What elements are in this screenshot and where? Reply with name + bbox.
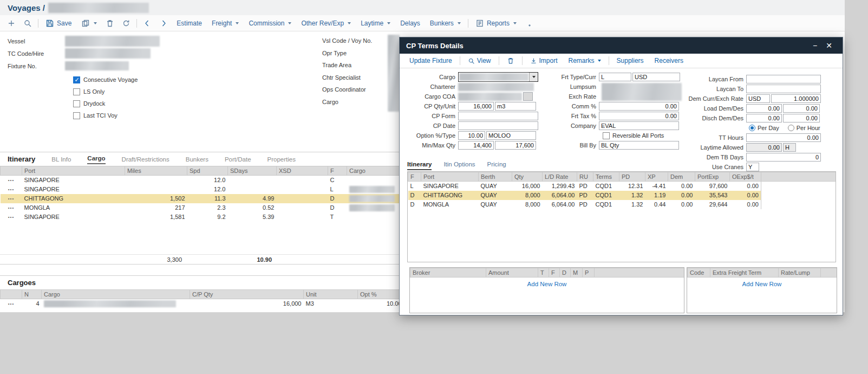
- chevron-right-icon[interactable]: [155, 19, 172, 28]
- checkbox-checked-icon[interactable]: [73, 76, 80, 83]
- checkbox-icon[interactable]: [73, 112, 80, 119]
- column-header[interactable]: [1, 290, 22, 299]
- broker-add-new-row-link[interactable]: Add New Row: [410, 281, 684, 287]
- column-header[interactable]: Rate/Lump: [779, 268, 821, 278]
- checkbox-icon[interactable]: [603, 132, 610, 139]
- tab-bl-info[interactable]: BL Info: [51, 156, 71, 164]
- column-header[interactable]: OExp$/t: [730, 172, 761, 182]
- cargo-combobox[interactable]: [458, 72, 538, 82]
- column-header[interactable]: Broker: [410, 268, 486, 278]
- cp-form-field[interactable]: [458, 112, 538, 120]
- column-header[interactable]: Port: [421, 172, 479, 182]
- suppliers-button[interactable]: Suppliers: [611, 57, 649, 65]
- ls-only-checkbox[interactable]: LS Only: [73, 86, 138, 98]
- column-header[interactable]: Cargo: [42, 290, 190, 299]
- consecutive-voyage-checkbox[interactable]: Consecutive Voyage: [73, 74, 138, 86]
- delete-cp-icon[interactable]: [501, 57, 520, 65]
- menu-freight[interactable]: Freight: [207, 20, 244, 27]
- column-header[interactable]: Berth: [479, 172, 512, 182]
- column-header[interactable]: Unit: [304, 290, 358, 299]
- column-header[interactable]: F: [328, 166, 347, 176]
- warning-icon[interactable]: [521, 19, 538, 28]
- column-header[interactable]: PD: [619, 172, 645, 182]
- tab-bunkers[interactable]: Bunkers: [186, 156, 208, 164]
- dem-curr-field[interactable]: [746, 94, 770, 103]
- copy-voyage-button[interactable]: [76, 19, 102, 28]
- load-des-field[interactable]: [783, 104, 820, 113]
- combobox-dropdown-button[interactable]: [529, 73, 538, 81]
- bill-by-field[interactable]: [599, 141, 679, 150]
- per-hour-radio[interactable]: [788, 125, 794, 131]
- comm-pct-field[interactable]: [599, 102, 679, 111]
- use-cranes-field[interactable]: [746, 163, 759, 171]
- frt-curr-field[interactable]: [632, 73, 680, 81]
- receivers-button[interactable]: Receivers: [649, 57, 689, 65]
- chevron-left-icon[interactable]: [139, 19, 155, 28]
- cargo-coa-lookup-button[interactable]: [523, 92, 533, 101]
- column-header[interactable]: Dem: [668, 172, 695, 182]
- tab-cargo[interactable]: Cargo: [87, 155, 105, 164]
- add-icon[interactable]: [3, 19, 19, 28]
- company-field[interactable]: [599, 121, 679, 130]
- frt-type-field[interactable]: [599, 73, 631, 81]
- dem-tb-days-field[interactable]: [746, 153, 821, 162]
- checkbox-icon[interactable]: [73, 100, 80, 107]
- min-qty-field[interactable]: [458, 141, 494, 150]
- tt-hours-field[interactable]: [746, 133, 821, 142]
- disch-des-field[interactable]: [783, 114, 820, 122]
- column-header[interactable]: XP: [645, 172, 668, 182]
- extra-freight-add-new-row-link[interactable]: Add New Row: [687, 281, 837, 287]
- close-button[interactable]: ✕: [822, 41, 836, 50]
- tab-itin-options[interactable]: Itin Options: [443, 161, 475, 170]
- update-fixture-button[interactable]: Update Fixture: [404, 57, 458, 65]
- column-header[interactable]: SDays: [228, 166, 277, 176]
- redacted-charterer-value[interactable]: [458, 83, 534, 91]
- delete-icon[interactable]: [102, 19, 118, 28]
- column-header[interactable]: F: [549, 268, 560, 278]
- view-button[interactable]: View: [462, 57, 497, 65]
- menu-bunkers[interactable]: Bunkers: [425, 20, 466, 27]
- menu-estimate[interactable]: Estimate: [172, 20, 207, 27]
- cp-date-field[interactable]: [458, 121, 538, 130]
- redacted-fixture-value[interactable]: [65, 61, 129, 70]
- minimize-button[interactable]: −: [808, 41, 822, 50]
- column-header[interactable]: M: [571, 268, 583, 278]
- column-header[interactable]: Code: [688, 268, 710, 278]
- column-header[interactable]: Port: [22, 166, 125, 176]
- tab-draft-restrictions[interactable]: Draft/Restrictions: [122, 156, 169, 164]
- tab-port-date[interactable]: Port/Date: [225, 156, 251, 164]
- menu-delays[interactable]: Delays: [395, 20, 425, 27]
- disch-dem-field[interactable]: [746, 114, 782, 122]
- option-pct-field[interactable]: [458, 131, 485, 140]
- table-row[interactable]: DMONGLAQUAY8,0006,064.00PDCQD11.320.440.…: [408, 200, 836, 209]
- menu-other-rev-exp[interactable]: Other Rev/Exp: [296, 20, 356, 27]
- last-tci-voy-checkbox[interactable]: Last TCI Voy: [73, 109, 138, 121]
- table-row[interactable]: •••416,000M310.00: [1, 299, 404, 308]
- column-header[interactable]: N: [22, 290, 42, 299]
- column-header[interactable]: [1, 166, 22, 176]
- column-header[interactable]: P: [583, 268, 595, 278]
- redacted-vessel-value[interactable]: [65, 36, 160, 47]
- table-row[interactable]: DCHITTAGONGQUAY8,0006,064.00PDCQD11.321.…: [408, 191, 836, 200]
- column-header[interactable]: Opt %: [358, 290, 404, 299]
- redacted-cargo-coa-value[interactable]: [458, 93, 522, 101]
- frt-tax-field[interactable]: [599, 112, 679, 120]
- itinerary-section-title[interactable]: Itinerary: [8, 155, 35, 164]
- column-header[interactable]: T: [538, 268, 549, 278]
- laytime-allowed-field[interactable]: [746, 143, 782, 152]
- redacted-lumpsum-exch-rate[interactable]: [602, 83, 682, 101]
- menu-reports[interactable]: Reports: [471, 19, 521, 28]
- load-dem-field[interactable]: [746, 104, 782, 113]
- dem-exch-rate-field[interactable]: [771, 94, 821, 103]
- save-button[interactable]: Save: [41, 19, 76, 28]
- table-row[interactable]: LSINGAPOREQUAY16,0001,299.43PDCQD112.31-…: [408, 182, 836, 191]
- column-header[interactable]: Qty: [512, 172, 543, 182]
- cp-unit-field[interactable]: [495, 102, 536, 111]
- import-button[interactable]: Import: [525, 57, 563, 65]
- search-icon[interactable]: [19, 19, 36, 28]
- table-row[interactable]: •••SINGAPORE12.0C: [1, 176, 401, 185]
- column-header[interactable]: RU: [577, 172, 593, 182]
- checkbox-icon[interactable]: [73, 88, 80, 95]
- menu-laytime[interactable]: Laytime: [356, 20, 395, 27]
- column-header[interactable]: PortExp: [695, 172, 730, 182]
